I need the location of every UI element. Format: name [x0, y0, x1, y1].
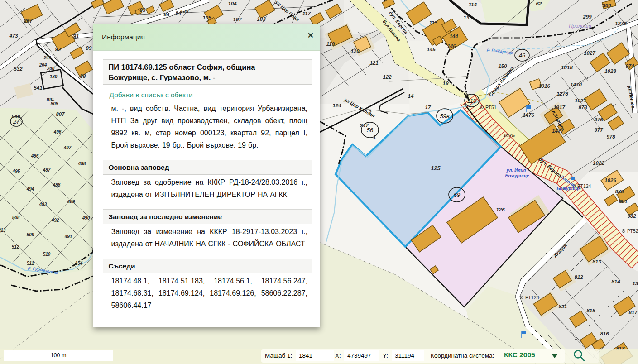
svg-text:247: 247: [359, 123, 369, 128]
svg-text:300: 300: [602, 3, 611, 8]
svg-text:117: 117: [302, 11, 311, 16]
svg-text:139: 139: [632, 281, 638, 286]
svg-text:27: 27: [13, 118, 20, 125]
svg-text:513: 513: [0, 228, 6, 233]
svg-text:46: 46: [519, 52, 526, 59]
svg-text:119: 119: [326, 41, 335, 47]
svg-text:тр.: тр.: [47, 96, 55, 101]
svg-text:490: 490: [82, 216, 90, 220]
svg-text:1278: 1278: [556, 91, 568, 96]
svg-text:1026: 1026: [604, 177, 616, 183]
svg-text:540: 540: [11, 114, 20, 119]
svg-text:62: 62: [536, 1, 542, 6]
svg-text:1475: 1475: [503, 133, 515, 138]
svg-text:241: 241: [43, 55, 52, 60]
svg-text:107: 107: [233, 17, 242, 22]
svg-text:976: 976: [594, 117, 603, 122]
svg-text:83: 83: [140, 7, 146, 13]
svg-text:978: 978: [606, 134, 615, 139]
svg-text:264: 264: [39, 62, 47, 67]
svg-text:492: 492: [51, 218, 59, 223]
svg-text:89: 89: [86, 45, 92, 51]
svg-text:126: 126: [496, 207, 505, 212]
svg-text:495: 495: [12, 169, 20, 174]
svg-text:813: 813: [592, 259, 601, 264]
svg-text:125: 125: [431, 165, 441, 172]
svg-text:Божурище: Божурище: [505, 173, 529, 178]
svg-text:486: 486: [31, 153, 39, 158]
svg-text:1476: 1476: [523, 112, 534, 118]
svg-text:105: 105: [202, 15, 211, 20]
svg-text:59в: 59в: [440, 113, 449, 120]
svg-text:84: 84: [164, 12, 170, 17]
svg-text:981: 981: [619, 199, 627, 204]
svg-text:114: 114: [469, 2, 477, 7]
svg-text:122: 122: [383, 74, 392, 80]
svg-text:498: 498: [78, 161, 86, 166]
svg-text:488: 488: [53, 182, 61, 187]
svg-text:510: 510: [43, 252, 51, 257]
svg-text:512: 512: [12, 244, 19, 249]
svg-text:508: 508: [12, 215, 20, 220]
svg-text:489: 489: [67, 199, 75, 204]
svg-text:16: 16: [443, 81, 449, 86]
svg-text:124: 124: [332, 103, 341, 108]
svg-text:497: 497: [63, 145, 72, 150]
svg-text:1470: 1470: [570, 82, 582, 87]
svg-text:267: 267: [23, 18, 33, 24]
svg-text:1027: 1027: [584, 50, 595, 56]
svg-text:982: 982: [627, 213, 636, 219]
svg-text:150: 150: [498, 63, 507, 69]
svg-text:Пролеша: Пролеша: [569, 23, 591, 29]
svg-text:91: 91: [73, 34, 79, 39]
svg-text:154: 154: [75, 261, 83, 266]
svg-text:487: 487: [43, 168, 51, 172]
svg-text:808: 808: [51, 101, 58, 106]
svg-text:509: 509: [27, 232, 34, 237]
svg-text:145: 145: [427, 47, 436, 52]
svg-text:494: 494: [26, 187, 34, 192]
svg-text:121: 121: [369, 60, 378, 66]
svg-text:491: 491: [64, 234, 72, 239]
svg-text:13: 13: [464, 15, 470, 20]
svg-text:493: 493: [39, 202, 47, 207]
svg-text:РТ123: РТ123: [525, 295, 539, 300]
svg-text:496: 496: [53, 129, 62, 134]
svg-text:815: 815: [586, 308, 595, 313]
svg-text:17: 17: [425, 105, 431, 110]
svg-text:541: 541: [34, 85, 42, 91]
svg-text:104: 104: [228, 1, 237, 6]
svg-text:1016: 1016: [538, 83, 550, 89]
svg-text:92: 92: [55, 47, 61, 52]
svg-text:144: 144: [449, 34, 458, 39]
svg-text:511: 511: [27, 261, 34, 266]
svg-text:1028: 1028: [604, 68, 616, 74]
svg-text:807: 807: [56, 111, 65, 117]
svg-text:Божурище: Божурище: [557, 186, 581, 191]
svg-text:814: 814: [611, 279, 620, 284]
svg-text:299: 299: [582, 14, 592, 19]
svg-text:974: 974: [625, 63, 634, 69]
svg-text:РТ51: РТ51: [485, 105, 497, 110]
svg-text:РТ52: РТ52: [627, 228, 638, 234]
svg-text:1018: 1018: [561, 65, 573, 70]
svg-text:240: 240: [47, 66, 55, 71]
svg-text:1021: 1021: [575, 98, 586, 103]
svg-text:1: 1: [373, 134, 376, 140]
svg-text:103: 103: [257, 16, 266, 22]
svg-text:ул. Илия: ул. Илия: [506, 168, 526, 173]
svg-text:69: 69: [454, 192, 460, 198]
svg-text:812: 812: [574, 274, 583, 280]
svg-text:110: 110: [467, 97, 477, 104]
svg-text:88: 88: [80, 73, 86, 79]
svg-text:180: 180: [50, 74, 58, 79]
svg-text:816: 816: [600, 331, 609, 336]
svg-text:1022: 1022: [593, 160, 604, 166]
svg-text:14: 14: [408, 93, 414, 99]
svg-text:146: 146: [447, 43, 456, 49]
svg-text:980: 980: [615, 189, 624, 194]
svg-text:817: 817: [628, 310, 638, 315]
svg-text:811: 811: [559, 304, 567, 309]
svg-text:133: 133: [180, 9, 189, 14]
svg-text:1276: 1276: [615, 21, 627, 26]
